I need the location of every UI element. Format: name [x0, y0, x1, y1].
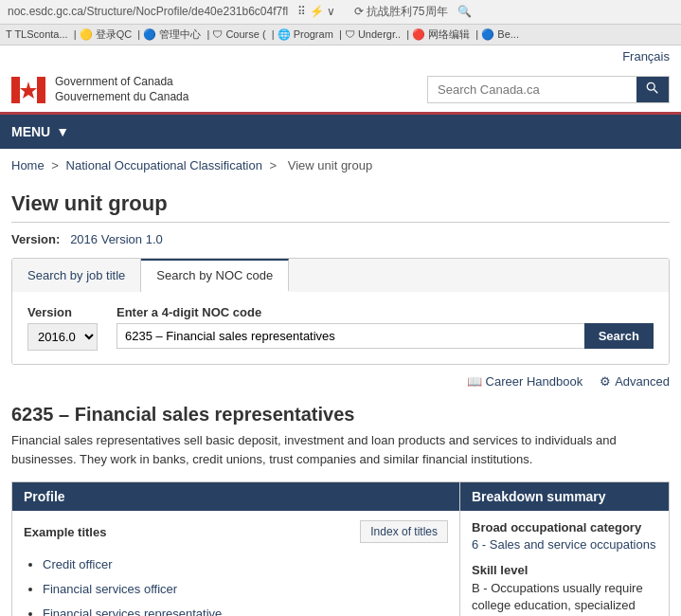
breakdown-panel-body: Broad occupational category 6 - Sales an…	[460, 511, 669, 616]
breadcrumb-current: View unit group	[288, 158, 372, 172]
noc-profile-description: Financial sales representatives sell bas…	[11, 431, 670, 468]
book-icon: 📖	[467, 374, 482, 389]
canada-flag-icon	[11, 77, 45, 103]
breadcrumb-sep2: >	[270, 158, 280, 172]
menu-label: MENU	[11, 124, 50, 139]
browser-tabs-bar: T TLSconta... | 🟡 登录QC | 🔵 管理中心 | 🛡 Cour…	[0, 25, 681, 45]
skill-level-label: Skill level	[472, 563, 657, 577]
example-titles-label: Example titles	[24, 525, 106, 539]
svg-rect-2	[37, 77, 45, 103]
version-field-label: Version	[27, 305, 98, 319]
title-link[interactable]: Credit officer	[43, 557, 112, 571]
svg-point-4	[647, 82, 654, 90]
breadcrumb-noc[interactable]: National Occupational Classification	[66, 158, 262, 172]
breakdown-panel-header: Breakdown summary	[460, 482, 669, 511]
version-line: Version: 2016 Version 1.0	[11, 232, 670, 246]
gear-icon: ⚙	[600, 374, 611, 389]
noc-input-row: Search	[116, 323, 654, 349]
index-of-titles-button[interactable]: Index of titles	[360, 520, 448, 543]
site-search-button[interactable]	[636, 77, 669, 102]
title-link[interactable]: Financial services officer	[43, 582, 177, 596]
links-row: 📖 Career Handbook ⚙ Advanced	[11, 374, 670, 389]
search-row: Version 2016.0 2011.0 Enter a 4-digit NO…	[27, 305, 654, 351]
gov-name-en: Government of Canada	[55, 75, 188, 90]
search-icon	[646, 82, 659, 95]
noc-code-input[interactable]	[116, 323, 584, 349]
breadcrumb-sep1: >	[51, 158, 62, 172]
profile-panel-header: Profile	[12, 482, 459, 511]
bottom-grid: Profile Example titles Index of titles C…	[11, 481, 670, 616]
list-item: Financial services representative	[43, 602, 448, 616]
main-nav: MENU ▼	[0, 115, 681, 149]
tab-noc-code[interactable]: Search by NOC code	[141, 259, 289, 292]
profile-panel: Profile Example titles Index of titles C…	[12, 482, 460, 616]
broad-category-link[interactable]: 6 - Sales and service occupations	[472, 537, 657, 552]
url-text: noc.esdc.gc.ca/Structure/NocProfile/de40…	[8, 5, 288, 18]
site-search-input[interactable]	[428, 77, 636, 102]
tab-headers: Search by job title Search by NOC code	[12, 259, 669, 292]
broad-category-section: Broad occupational category 6 - Sales an…	[472, 520, 657, 552]
career-handbook-link[interactable]: 📖 Career Handbook	[467, 374, 583, 389]
browser-url-bar: noc.esdc.gc.ca/Structure/NocProfile/de40…	[0, 0, 681, 25]
list-item: Financial services officer	[43, 577, 448, 602]
francais-link[interactable]: Français	[622, 49, 670, 63]
skill-level-value: B - Occupations usually require college …	[472, 580, 657, 616]
tab-panel-noc-code: Version 2016.0 2011.0 Enter a 4-digit NO…	[27, 305, 654, 351]
gov-name: Government of Canada Gouvernement du Can…	[55, 75, 188, 104]
svg-rect-0	[11, 77, 20, 103]
noc-search-button[interactable]: Search	[584, 323, 654, 349]
menu-chevron-icon: ▼	[56, 124, 69, 139]
breadcrumb-home[interactable]: Home	[11, 158, 45, 172]
main-content: View unit group Version: 2016 Version 1.…	[0, 182, 681, 616]
noc-input-group: Enter a 4-digit NOC code Search	[116, 305, 654, 349]
version-label: Version:	[11, 232, 60, 246]
gov-name-fr: Gouvernement du Canada	[55, 90, 188, 105]
advanced-link[interactable]: ⚙ Advanced	[600, 374, 670, 389]
advanced-label: Advanced	[615, 374, 670, 389]
skill-level-section: Skill level B - Occupations usually requ…	[472, 563, 657, 616]
tab-job-title[interactable]: Search by job title	[12, 259, 141, 292]
menu-button[interactable]: MENU ▼	[11, 115, 69, 149]
title-divider	[11, 222, 670, 223]
gc-logo: Government of Canada Gouvernement du Can…	[11, 75, 188, 104]
page-title: View unit group	[11, 191, 670, 216]
career-handbook-label: Career Handbook	[486, 374, 583, 389]
version-select[interactable]: 2016.0 2011.0	[27, 323, 98, 351]
list-item: Credit officer	[43, 553, 448, 577]
example-titles-list: Credit officer Financial services office…	[24, 553, 448, 616]
gc-header: Government of Canada Gouvernement du Can…	[0, 67, 681, 115]
noc-profile-title: 6235 – Financial sales representatives	[11, 404, 670, 426]
noc-input-label: Enter a 4-digit NOC code	[116, 305, 654, 319]
site-search-bar	[427, 76, 670, 103]
profile-panel-body: Example titles Index of titles Credit of…	[12, 511, 459, 616]
language-bar: Français	[0, 45, 681, 67]
tab-content: Version 2016.0 2011.0 Enter a 4-digit NO…	[12, 292, 669, 364]
version-field-group: Version 2016.0 2011.0	[27, 305, 98, 351]
title-link[interactable]: Financial services representative	[43, 607, 222, 616]
broad-category-label: Broad occupational category	[472, 520, 657, 534]
breakdown-panel: Breakdown summary Broad occupational cat…	[460, 482, 669, 616]
svg-line-5	[654, 89, 657, 93]
example-titles-header: Example titles Index of titles	[24, 520, 448, 543]
breadcrumb: Home > National Occupational Classificat…	[0, 149, 681, 182]
version-value[interactable]: 2016 Version 1.0	[70, 232, 163, 246]
search-tabs-container: Search by job title Search by NOC code V…	[11, 258, 670, 365]
